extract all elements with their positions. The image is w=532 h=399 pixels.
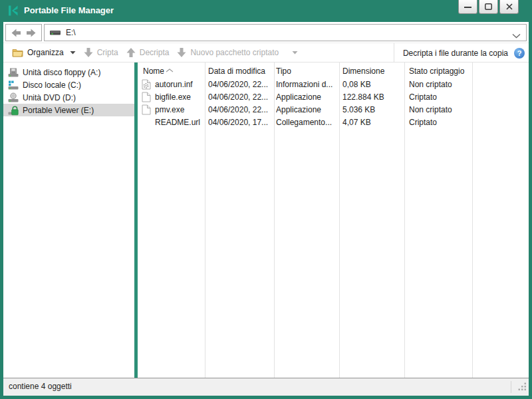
local-disk-icon [8,80,19,90]
column-header-stato[interactable]: Stato criptaggio [409,63,464,78]
file-row-readme-url[interactable]: README.url 04/06/2020, 17... Collegament… [138,116,529,129]
file-row-bigfile-exe[interactable]: bigfile.exe 04/06/2020, 22... Applicazio… [138,91,529,104]
client-area: E:\ Organizza [3,22,529,396]
file-date: 04/06/2020, 22... [208,104,273,116]
file-date: 04/06/2020, 22... [208,91,273,104]
file-size: 4,07 KB [342,116,403,129]
sidebar-item-portable-viewer-e[interactable]: Portable Viewer (E:) [3,104,134,116]
organizza-button[interactable]: Organizza [8,45,80,61]
cripta-button[interactable]: Cripta [80,45,122,61]
drive-icon [50,27,61,39]
status-bar: contiene 4 oggetti [3,378,529,396]
file-type: Applicazione [276,91,338,104]
toolbar: Organizza Cripta Decripta [3,43,529,63]
navigation-buttons [5,24,42,41]
sidebar-item-label: Unità DVD (D:) [23,93,76,102]
file-size: 0,08 KB [342,78,403,91]
file-date: 04/06/2020, 17... [208,116,273,129]
forward-arrow-icon[interactable] [26,29,36,37]
nuovo-pacchetto-criptato-button[interactable]: Nuovo pacchetto criptato [173,45,302,61]
file-type: Applicazione [276,104,338,116]
organizza-label: Organizza [27,48,64,57]
title-bar[interactable]: Portable File Manager [0,0,532,22]
drives-sidebar: Unità disco floppy (A:) Disco locale (C:… [3,63,134,378]
resize-grip-icon[interactable] [518,382,527,394]
caret-down-icon [70,51,76,55]
folder-icon [12,48,23,57]
sidebar-item-floppy-a[interactable]: Unità disco floppy (A:) [3,66,134,78]
file-size: 5.036 KB [342,104,403,116]
file-name: bigfile.exe [155,91,204,104]
address-combobox[interactable]: E:\ [44,24,527,41]
dvd-drive-icon [8,92,19,103]
close-button[interactable] [499,0,519,14]
main-area: Unità disco floppy (A:) Disco locale (C:… [3,63,529,378]
sort-ascending-icon [166,63,174,75]
column-header-tipo[interactable]: Tipo [276,63,291,78]
minimize-icon [464,4,471,10]
column-header-dimensione[interactable]: Dimensione [342,63,384,78]
file-type: Collegamento... [276,116,338,129]
maximize-icon [485,3,492,10]
decripta-copia-label: Decripta i file durante la copia [403,49,508,58]
sidebar-item-dvd-d[interactable]: Unità DVD (D:) [3,91,134,104]
column-header-data[interactable]: Data di modifica [208,63,265,78]
toolbar-right-group: Decripta i file durante la copia ? [394,43,525,63]
status-separator [511,381,511,393]
file-icon [142,104,152,115]
file-name: pmv.exe [155,104,204,116]
help-icon[interactable]: ? [514,48,525,59]
sidebar-item-label: Disco locale (C:) [23,80,81,90]
arrow-down-icon [84,47,93,58]
file-status: Criptato [409,116,471,129]
kaspersky-logo-icon [7,5,19,17]
sidebar-item-label: Portable Viewer (E:) [23,106,94,115]
caret-down-icon [292,51,298,55]
file-list: Nome Data di modifica Tipo Dimensione St… [138,63,529,378]
file-status: Non criptato [409,104,471,116]
minimize-button[interactable] [458,0,477,14]
file-status: Criptato [409,91,471,104]
cripta-label: Cripta [97,48,118,57]
column-header-nome[interactable]: Nome [143,63,164,78]
file-size: 122.884 KB [342,91,403,104]
address-row: E:\ [3,22,529,43]
file-row-autorun-inf[interactable]: autorun.inf 04/06/2020, 22... Informazio… [138,78,529,91]
file-type: Informazioni d... [276,78,338,91]
sidebar-item-disk-c[interactable]: Disco locale (C:) [3,78,134,91]
arrow-up-icon [126,47,136,58]
address-path: E:\ [66,28,76,37]
file-name: autorun.inf [155,78,204,91]
sidebar-item-label: Unità disco floppy (A:) [23,68,100,77]
file-row-pmv-exe[interactable]: pmv.exe 04/06/2020, 22... Applicazione 5… [138,104,529,116]
file-status: Non criptato [409,78,471,91]
status-text: contiene 4 oggetti [9,378,72,396]
chevron-down-icon[interactable] [512,29,521,41]
lock-drive-icon [8,105,19,116]
file-date: 04/06/2020, 22... [208,78,273,91]
portable-file-manager-window: Portable File Manager [0,0,532,399]
back-arrow-icon[interactable] [11,29,21,37]
maximize-button[interactable] [479,0,498,14]
close-icon [506,3,513,10]
decripta-label: Decripta [140,48,170,57]
window-title: Portable File Manager [24,0,114,22]
gear-file-icon [142,79,152,90]
file-icon [142,92,152,102]
nuovo-pacchetto-label: Nuovo pacchetto criptato [190,48,279,57]
decripta-button[interactable]: Decripta [122,45,174,61]
floppy-drive-icon [8,67,19,78]
window-controls [458,0,519,14]
file-name: README.url [155,116,204,129]
arrow-down-icon [177,47,186,58]
